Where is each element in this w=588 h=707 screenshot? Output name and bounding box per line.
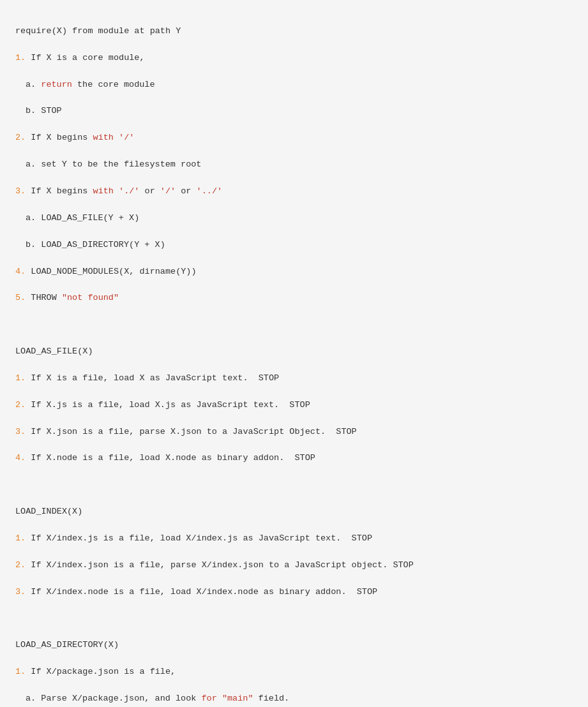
line-2a: a. set Y to be the filesystem root xyxy=(15,158,573,172)
section-load-as-file: LOAD_AS_FILE(X) xyxy=(15,345,573,359)
li-3: 3. If X/index.node is a file, load X/ind… xyxy=(15,586,573,599)
laf-4: 4. If X.node is a file, load X.node as b… xyxy=(15,452,573,465)
line-1: 1. If X is a core module, xyxy=(15,52,573,65)
line-require: require(X) from module at path Y xyxy=(15,25,573,38)
line-2: 2. If X begins with '/' xyxy=(15,131,573,145)
lad-1a: a. Parse X/package.json, and look for "m… xyxy=(15,692,573,706)
li-1: 1. If X/index.js is a file, load X/index… xyxy=(15,532,573,546)
laf-1: 1. If X is a file, load X as JavaScript … xyxy=(15,372,573,385)
code-content: require(X) from module at path Y 1. If X… xyxy=(15,11,573,707)
blank-2 xyxy=(15,479,573,492)
line-1b: b. STOP xyxy=(15,105,573,118)
line-3a: a. LOAD_AS_FILE(Y + X) xyxy=(15,212,573,225)
line-1a: a. return the core module xyxy=(15,78,573,92)
line-3b: b. LOAD_AS_DIRECTORY(Y + X) xyxy=(15,239,573,252)
blank-1 xyxy=(15,318,573,332)
line-4: 4. LOAD_NODE_MODULES(X, dirname(Y)) xyxy=(15,265,573,279)
laf-2: 2. If X.js is a file, load X.js as JavaS… xyxy=(15,399,573,412)
blank-3 xyxy=(15,612,573,625)
line-3: 3. If X begins with './' or '/' or '../' xyxy=(15,185,573,198)
lad-1: 1. If X/package.json is a file, xyxy=(15,666,573,679)
laf-3: 3. If X.json is a file, parse X.json to … xyxy=(15,426,573,439)
section-load-index: LOAD_INDEX(X) xyxy=(15,505,573,519)
line-5: 5. THROW "not found" xyxy=(15,292,573,305)
section-load-as-dir: LOAD_AS_DIRECTORY(X) xyxy=(15,639,573,652)
li-2: 2. If X/index.json is a file, parse X/in… xyxy=(15,559,573,572)
